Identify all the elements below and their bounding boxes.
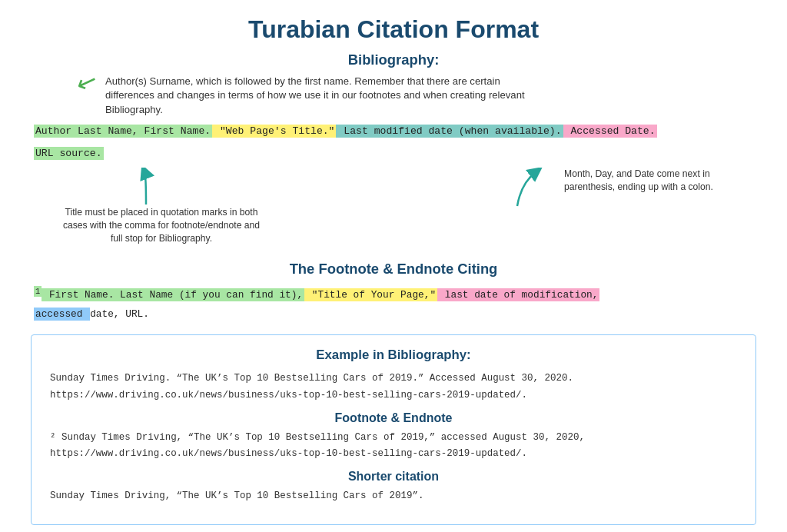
example-bib-line2: https://www.driving.co.uk/news/business/… [50,387,737,404]
bib-modified-part: Last modified date (when available). [336,125,563,138]
annotations-row: Title must be placed in quotation marks … [31,166,756,253]
bib-description: Author(s) Surname, which is followed by … [105,75,536,117]
footnote-section: The Footnote & Endnote Citing 1 First Na… [31,261,756,324]
bib-url-part: URL source. [34,147,104,160]
annotation-left-group: Title must be placed in quotation marks … [31,168,261,245]
page-title: Turabian Citation Format [31,15,756,44]
annotation-right-text: Month, Day, and Date come next in parent… [564,168,741,194]
footnote-line-2: accessed date, URL. [31,305,756,324]
bib-author-part: Author Last Name, First Name. [34,125,212,138]
shorter-citation-text: Sunday Times Driving, “The UK’s Top 10 B… [50,488,737,504]
bib-url-line: URL source. [31,144,756,163]
example-fn-line2: https://www.driving.co.uk/news/business/… [50,446,737,462]
green-arrow-icon: ↙ [72,65,101,99]
footnote-accessed-part: accessed [34,308,90,321]
example-bib-text: Sunday Times Driving. “The UK’s Top 10 B… [50,371,737,403]
footnote-line-1: 1 First Name. Last Name (if you can find… [31,284,756,305]
bib-description-row: ↙ Author(s) Surname, which is followed b… [31,75,756,117]
footnote-endnote-heading: Footnote & Endnote [50,411,737,425]
bib-citation-line: Author Last Name, First Name. "Web Page'… [31,121,756,141]
bib-title-part: "Web Page's Title." [212,125,336,138]
footnote-superscript: 1 [34,286,42,297]
teal-arrow-up-right-icon [506,168,560,210]
footnote-title-part: "Title of Your Page," [304,288,437,301]
example-bib-line1: Sunday Times Driving. “The UK’s Top 10 B… [50,371,737,387]
bibliography-heading: Bibliography: [31,52,756,68]
footnote-heading: The Footnote & Endnote Citing [31,261,756,278]
teal-arrow-up-left-icon [123,168,169,206]
example-fn-text: ² Sunday Times Driving, “The UK’s Top 10… [50,430,737,462]
example-heading: Example in Bibliography: [50,347,737,363]
annotation-left-text: Title must be placed in quotation marks … [61,206,261,245]
footnote-lastdate-part: last date of modification, [437,288,599,301]
example-fn-line1: ² Sunday Times Driving, “The UK’s Top 10… [50,430,737,446]
annotation-right-group: Month, Day, and Date come next in parent… [506,168,756,245]
example-box: Example in Bibliography: Sunday Times Dr… [31,334,756,525]
shorter-citation-heading: Shorter citation [50,470,737,484]
footnote-accessed-date: date, URL. [90,308,149,320]
footnote-name-part: First Name. Last Name (if you can find i… [42,288,304,301]
bibliography-section: Bibliography: ↙ Author(s) Surname, which… [31,52,756,253]
bib-accessed-part: Accessed Date. [563,125,657,138]
